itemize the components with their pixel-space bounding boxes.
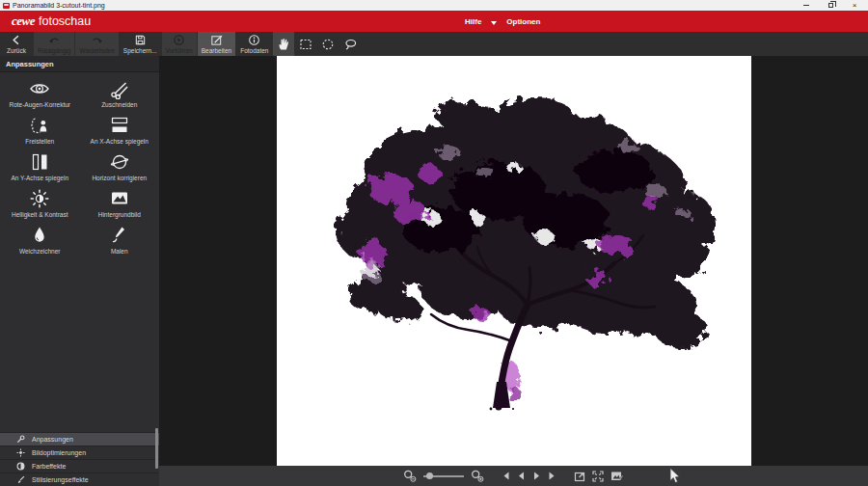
tool-label: An X-Achse spiegeln [91, 138, 149, 145]
tool-soft-focus[interactable]: Weichzeichner [0, 224, 80, 260]
section-label: Anpassungen [32, 436, 73, 443]
tool-crop[interactable]: Zuschneiden [80, 77, 160, 114]
minimize-icon [803, 5, 809, 6]
fullscreen-button[interactable] [592, 471, 604, 482]
bottom-toolbar [159, 466, 868, 486]
sidebar-sections: Anpassungen Bildoptimierungen Farbeffek [0, 432, 159, 486]
tool-label: Horizont korrigieren [92, 175, 147, 181]
tool-label: Freistellen [25, 138, 54, 145]
zoom-slider[interactable] [423, 471, 464, 482]
image-viewport[interactable] [159, 56, 868, 466]
fit-to-window-icon [574, 471, 585, 482]
redo-button: Wiederholen [75, 32, 119, 56]
color-effects-icon [16, 462, 25, 471]
first-arrow-icon [502, 472, 510, 480]
flip-vertical-icon [29, 150, 50, 174]
brightness-contrast-icon [29, 187, 50, 210]
undo-icon [48, 34, 61, 46]
hand-tool-button[interactable] [273, 32, 294, 56]
redo-icon [91, 34, 103, 46]
fit-to-window-button[interactable] [574, 471, 585, 482]
section-label: Bildoptimierungen [32, 449, 86, 456]
eye-icon [29, 77, 50, 100]
titlebar: Panoramabild 3-cutout-tint.png × [0, 0, 868, 11]
rect-select-icon [299, 38, 312, 51]
toolbar: Zurück Rückgängig Wiederholen Speichern.… [0, 32, 868, 56]
tool-label: Hintergrundbild [98, 211, 141, 218]
tree-image [277, 56, 751, 466]
sidebar-scrollbar[interactable] [155, 428, 158, 469]
cutout-icon [29, 114, 50, 137]
menubar: cewe fotoschau Hilfe Optionen [0, 11, 868, 32]
menu-help[interactable]: Hilfe [463, 14, 483, 29]
chevron-down-icon[interactable] [491, 21, 497, 25]
section-label: Farbeffekte [32, 463, 66, 470]
close-button[interactable]: × [849, 1, 860, 11]
background-image-icon [109, 187, 130, 210]
edit-icon [210, 34, 223, 46]
save-button[interactable]: Speichern... [120, 32, 161, 56]
flip-horizontal-icon [109, 114, 130, 137]
next-image-button[interactable] [532, 472, 541, 480]
tool-label: Zuschneiden [101, 101, 137, 108]
edit-label: Bearbeiten [202, 47, 231, 54]
first-image-button[interactable] [502, 472, 510, 480]
horizon-icon [109, 150, 130, 174]
water-drop-icon [29, 224, 50, 247]
sidebar-header: Anpassungen [0, 56, 159, 72]
pen-icon [109, 224, 130, 247]
last-image-button[interactable] [548, 472, 556, 480]
tool-cutout[interactable]: Freistellen [0, 114, 80, 150]
section-farbeffekte[interactable]: Farbeffekte [0, 459, 159, 472]
minimize-button[interactable] [800, 1, 812, 11]
play-circle-icon [173, 34, 185, 46]
tool-horizon-correct[interactable]: Horizont korrigieren [80, 150, 160, 187]
tool-red-eye-correction[interactable]: Rote-Augen-Korrektur [0, 77, 80, 114]
tool-label: Helligkeit & Kontrast [12, 211, 68, 218]
ellipse-select-tool-button[interactable] [317, 32, 339, 56]
back-button[interactable]: Zurück [0, 32, 33, 56]
brush-icon [16, 475, 25, 484]
window-title: Panoramabild 3-cutout-tint.png [13, 0, 105, 11]
lasso-select-tool-button[interactable] [339, 32, 361, 56]
app-window: Panoramabild 3-cutout-tint.png × cewe fo… [0, 0, 868, 486]
restore-button[interactable] [825, 1, 836, 11]
sidebar-adjustments: Anpassungen Rote-Augen-Korrektur [0, 56, 159, 486]
section-anpassungen[interactable]: Anpassungen [0, 432, 159, 446]
section-bildoptimierungen[interactable]: Bildoptimierungen [0, 446, 159, 459]
zoom-out-icon [403, 470, 417, 482]
edit-button[interactable]: Bearbeiten [198, 32, 235, 56]
info-icon [248, 34, 260, 46]
previous-image-button[interactable] [517, 472, 526, 480]
menu-options[interactable]: Optionen [504, 14, 542, 29]
lasso-icon [343, 38, 358, 51]
photodata-button[interactable]: Fotodaten [236, 32, 272, 56]
section-stilisierungseffekte[interactable]: Stilisierungseffekte [0, 472, 159, 486]
tool-label: An Y-Achse spiegeln [11, 175, 68, 181]
rect-select-tool-button[interactable] [295, 32, 316, 56]
tool-flip-y-axis[interactable]: An Y-Achse spiegeln [0, 150, 80, 187]
tool-background-image[interactable]: Hintergrundbild [80, 187, 160, 224]
tool-flip-x-axis[interactable]: An X-Achse spiegeln [80, 114, 160, 150]
brand-logo: cewe fotoschau [12, 14, 91, 29]
zoom-out-button[interactable] [403, 470, 417, 482]
zoom-in-button[interactable] [471, 470, 484, 482]
save-icon [134, 34, 147, 46]
adjustment-tools-grid: Rote-Augen-Korrektur Zuschneiden [0, 72, 159, 260]
zoom-slider-knob[interactable] [426, 472, 433, 479]
tool-brightness-contrast[interactable]: Helligkeit & Kontrast [0, 187, 80, 224]
play-button: Vorführen [162, 32, 197, 56]
next-arrow-icon [532, 472, 541, 480]
brand-name: fotoschau [39, 14, 91, 28]
tool-paint[interactable]: Malen [80, 224, 160, 260]
ellipse-select-icon [321, 38, 335, 51]
image-canvas[interactable] [277, 56, 751, 466]
undo-button: Rückgängig [34, 32, 74, 56]
scissors-icon [109, 77, 130, 100]
photodata-label: Fotodaten [240, 47, 268, 54]
save-label: Speichern... [123, 47, 157, 54]
back-label: Zurück [7, 47, 26, 54]
window-controls: × [800, 1, 865, 11]
edit-image-button[interactable] [610, 471, 624, 482]
previous-arrow-icon [517, 472, 526, 480]
